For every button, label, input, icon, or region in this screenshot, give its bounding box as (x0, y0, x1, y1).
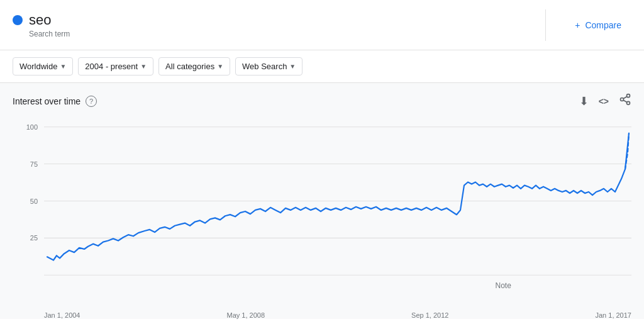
x-axis-labels: Jan 1, 2004 May 1, 2008 Sep 1, 2012 Jan … (13, 309, 631, 319)
x-label-2004: Jan 1, 2004 (44, 311, 80, 319)
search-term-text: seo (29, 12, 51, 28)
download-icon[interactable]: ⬇ (579, 94, 589, 108)
x-label-2012: Sep 1, 2012 (411, 311, 448, 319)
search-type-chevron: ▼ (289, 63, 296, 70)
location-label: Worldwide (19, 62, 57, 71)
date-chevron: ▼ (140, 63, 147, 70)
compare-button[interactable]: + Compare (565, 14, 631, 36)
trend-line (47, 133, 629, 260)
chart-title-group: Interest over time ? (13, 96, 97, 107)
svg-text:75: 75 (30, 160, 38, 168)
compare-plus: + (575, 20, 580, 30)
svg-text:100: 100 (26, 123, 38, 131)
chart-section: Interest over time ? ⬇ <> 100 75 50 25 (0, 83, 644, 319)
svg-point-0 (627, 94, 630, 98)
search-type-filter[interactable]: Web Search ▼ (235, 57, 303, 75)
date-range-filter[interactable]: 2004 - present ▼ (78, 57, 153, 75)
chart-actions: ⬇ <> (579, 93, 631, 109)
search-type-label: Web Search (242, 62, 287, 71)
svg-text:25: 25 (30, 234, 38, 242)
chart-container: 100 75 50 25 Note (13, 114, 631, 309)
header: seo Search term + Compare (0, 0, 644, 50)
location-chevron: ▼ (60, 63, 66, 70)
svg-point-1 (621, 98, 624, 101)
chart-title-text: Interest over time (13, 96, 80, 106)
location-filter[interactable]: Worldwide ▼ (13, 57, 73, 75)
term-dot (13, 15, 23, 25)
date-range-label: 2004 - present (85, 62, 138, 71)
svg-point-2 (627, 101, 630, 104)
chart-note: Note (496, 281, 511, 290)
chart-svg: 100 75 50 25 (13, 114, 631, 309)
category-label: All categories (165, 62, 214, 71)
header-divider (545, 9, 546, 41)
x-label-2008: May 1, 2008 (227, 311, 265, 319)
category-chevron: ▼ (217, 63, 223, 70)
embed-icon[interactable]: <> (599, 96, 609, 106)
search-term-subtitle: Search term (29, 30, 526, 38)
help-icon[interactable]: ? (86, 96, 97, 107)
svg-line-4 (623, 96, 627, 98)
chart-header: Interest over time ? ⬇ <> (13, 93, 631, 109)
search-term-section: seo Search term (13, 12, 526, 38)
share-icon[interactable] (619, 93, 631, 109)
category-filter[interactable]: All categories ▼ (158, 57, 230, 75)
filters-bar: Worldwide ▼ 2004 - present ▼ All categor… (0, 50, 644, 83)
svg-line-3 (623, 100, 627, 102)
x-label-2017: Jan 1, 2017 (595, 311, 631, 319)
svg-text:50: 50 (30, 197, 38, 204)
compare-label: Compare (585, 20, 621, 30)
